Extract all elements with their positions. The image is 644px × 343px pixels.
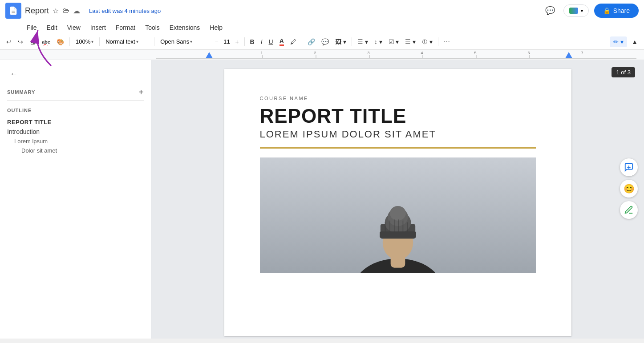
spellcheck-button[interactable]: abc [39,37,53,46]
outline-section: OUTLINE REPORT TITLE Introduction Lorem … [7,108,144,155]
share-button[interactable]: 🔒 Share [594,4,639,18]
font-size-increase[interactable]: + [232,36,241,47]
comment-button[interactable]: 💬 [319,36,332,47]
separator-2 [99,37,100,46]
ruler-svg: 1 2 3 4 5 6 7 [0,50,644,60]
svg-text:5: 5 [474,51,476,55]
separator-7 [352,37,352,46]
subtitle-text: LOREM IPSUM DOLOR SIT AMET [260,129,536,140]
suggest-edit-button[interactable] [620,201,638,219]
menu-bar: File Edit View Insert Format Tools Exten… [0,21,644,34]
svg-text:4: 4 [421,51,423,55]
print-button[interactable]: 🖨 [27,36,38,47]
outline-item-report-title[interactable]: REPORT TITLE [7,117,144,127]
bullets-button[interactable]: ☰ ▾ [402,36,418,47]
person-silhouette [260,157,536,273]
outline-item-dolor-sit[interactable]: Dolor sit amet [7,146,144,155]
separator-5 [244,37,245,46]
document-image [260,157,536,273]
title-icons: ☆ 🗁 ☁ [53,7,80,15]
report-title-text: REPORT TITLE [260,105,536,127]
folder-icon[interactable]: 🗁 [62,7,69,15]
svg-marker-4 [206,52,213,58]
sidebar-back-button[interactable]: ← [7,67,20,81]
outline-label: OUTLINE [7,108,144,113]
page-counter: 1 of 3 [612,67,635,77]
comments-button[interactable]: 💬 [542,3,558,19]
separator-8 [438,37,438,46]
summary-divider [7,100,144,101]
golden-divider [260,147,536,149]
add-comment-action-button[interactable] [620,158,638,176]
summary-add-button[interactable]: + [138,88,144,97]
style-dropdown[interactable]: Normal text ▾ [102,36,151,47]
editing-mode-button[interactable]: ✏ ▾ [610,36,627,47]
emoji-reaction-button[interactable]: 😊 [620,180,638,198]
lock-icon: 🔒 [603,7,611,14]
sidebar: ← SUMMARY + OUTLINE REPORT TITLE Introdu… [0,60,151,339]
paint-format-button[interactable]: 🎨 [54,36,67,47]
more-options-button[interactable]: ⋯ [441,36,453,47]
redo-button[interactable]: ↪ [15,36,26,47]
top-bar: Report ☆ 🗁 ☁ Last edit was 4 minutes ago… [0,0,644,50]
highlight-button[interactable]: 🖊 [288,36,299,47]
style-dropdown-arrow: ▾ [136,39,138,44]
menu-item-view[interactable]: View [63,22,85,33]
menu-item-file[interactable]: File [22,22,41,33]
underline-button[interactable]: U [266,36,276,47]
italic-button[interactable]: I [258,36,265,47]
summary-header: SUMMARY + [7,88,144,97]
zoom-dropdown[interactable]: 100% ▾ [73,36,97,47]
zoom-value: 100% [76,38,90,45]
svg-marker-5 [565,52,572,58]
star-icon[interactable]: ☆ [53,7,59,15]
svg-text:7: 7 [581,51,583,55]
separator-3 [154,37,154,46]
menu-item-format[interactable]: Format [111,22,140,33]
summary-section: SUMMARY + [7,88,144,101]
outline-item-introduction[interactable]: Introduction [7,127,144,137]
font-size-value[interactable]: 11 [222,38,231,45]
right-title-actions: 💬 ▾ 🔒 Share [542,3,639,19]
main-area: ← SUMMARY + OUTLINE REPORT TITLE Introdu… [0,60,644,339]
separator-6 [302,37,302,46]
menu-item-tools[interactable]: Tools [141,22,164,33]
meet-button[interactable]: ▾ [563,4,589,17]
undo-button[interactable]: ↩ [4,36,14,47]
svg-point-26 [390,206,406,221]
meet-icon [569,8,578,14]
align-button[interactable]: ☰ ▾ [355,36,371,47]
image-button[interactable]: 🖼 ▾ [332,36,349,47]
document-area: 1 of 3 COURSE NAME REPORT TITLE LOREM IP… [151,60,644,339]
font-value: Open Sans [160,38,189,45]
menu-item-edit[interactable]: Edit [42,22,62,33]
bold-button[interactable]: B [247,36,257,47]
document-page[interactable]: COURSE NAME REPORT TITLE LOREM IPSUM DOL… [224,69,571,336]
link-button[interactable]: 🔗 [305,36,318,47]
menu-item-extensions[interactable]: Extensions [165,22,204,33]
menu-item-help[interactable]: Help [205,22,227,33]
google-docs-icon[interactable] [5,3,21,19]
outline-item-lorem-ipsum[interactable]: Lorem ipsum [7,137,144,146]
separator-1 [69,37,70,46]
font-dropdown[interactable]: Open Sans ▾ [157,36,206,47]
summary-label: SUMMARY [7,89,35,95]
checklist-button[interactable]: ☑ ▾ [386,36,402,47]
share-label: Share [613,7,630,14]
last-edit-link[interactable]: Last edit was 4 minutes ago [89,8,161,14]
svg-text:2: 2 [314,51,316,55]
font-size-decrease[interactable]: − [212,36,221,47]
numbering-button[interactable]: ① ▾ [419,36,435,47]
text-color-icon: A [279,37,284,46]
doc-title[interactable]: Report [25,6,49,16]
svg-rect-33 [380,232,416,238]
separator-4 [209,37,209,46]
toolbar: ↩ ↪ 🖨 abc 🎨 100% ▾ Normal text ▾ Open Sa… [0,34,644,50]
menu-item-insert[interactable]: Insert [86,22,110,33]
ruler: 1 2 3 4 5 6 7 [0,50,644,60]
collapse-toolbar-button[interactable]: ▲ [629,36,640,47]
text-color-button[interactable]: A [277,36,287,48]
cloud-icon[interactable]: ☁ [73,7,80,15]
right-actions: 😊 [620,158,638,219]
line-spacing-button[interactable]: ↕ ▾ [372,36,385,47]
